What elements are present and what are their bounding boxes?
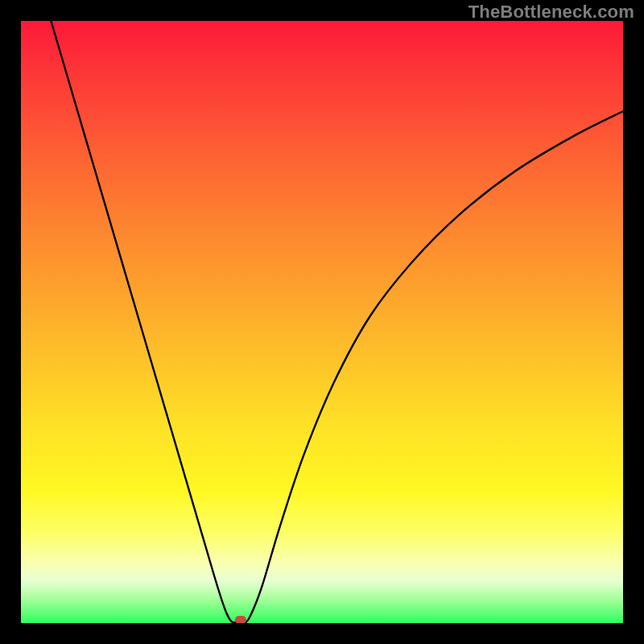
bottleneck-curve-path xyxy=(51,21,623,623)
curve-svg xyxy=(21,21,623,623)
chart-frame: TheBottleneck.com xyxy=(0,0,644,644)
plot-area xyxy=(21,21,623,623)
minimum-marker xyxy=(235,616,246,623)
watermark-text: TheBottleneck.com xyxy=(469,2,634,23)
